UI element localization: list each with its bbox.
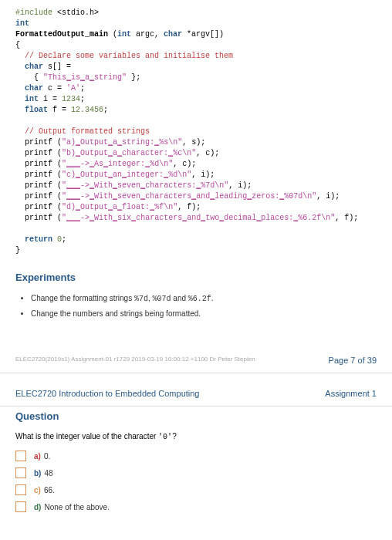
experiment-item: Change the numbers and strings being for… [31, 306, 377, 321]
checkbox-icon[interactable] [15, 467, 26, 478]
checkbox-icon[interactable] [15, 484, 26, 495]
question-heading: Question [0, 406, 392, 426]
include-directive: #include [15, 8, 52, 17]
experiment-item: Change the formatting strings %7d, %07d … [31, 291, 377, 306]
options-list: a)0. b)48 c)66. d)None of the above. [0, 447, 392, 515]
course-title: ELEC2720 Introduction to Embedded Comput… [15, 389, 200, 398]
page-footer: ELEC2720(2019s1) Assignment-01 r1729 201… [0, 325, 392, 373]
question-text: What is the integer value of the charact… [0, 426, 392, 447]
footer-meta: ELEC2720(2019s1) Assignment-01 r1729 201… [15, 356, 255, 365]
checkbox-icon[interactable] [15, 451, 26, 461]
experiments-heading: Experiments [0, 264, 392, 287]
checkbox-icon[interactable] [15, 501, 26, 512]
page-header: ELEC2720 Introduction to Embedded Comput… [0, 389, 392, 406]
experiments-list: Change the formatting strings %7d, %07d … [0, 287, 392, 325]
option-a[interactable]: a)0. [15, 447, 377, 464]
option-b[interactable]: b)48 [15, 464, 377, 481]
assignment-label: Assignment 1 [325, 389, 377, 398]
page-number: Page 7 of 39 [329, 356, 377, 365]
code-block: #include <stdio.h> int FormattedOutput_m… [0, 0, 392, 264]
option-d[interactable]: d)None of the above. [15, 498, 377, 515]
option-c[interactable]: c)66. [15, 481, 377, 498]
